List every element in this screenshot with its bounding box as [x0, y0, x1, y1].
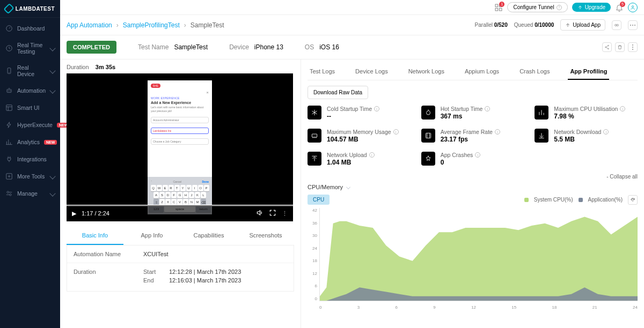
tab-device-logs[interactable]: Device Logs — [353, 64, 390, 80]
info-icon[interactable]: i — [369, 152, 375, 158]
sidebar-item-label: Manage — [17, 190, 46, 197]
sidebar-item-real-time-testing[interactable]: Real Time Testing — [0, 37, 60, 59]
play-icon[interactable]: ▶ — [72, 210, 76, 217]
metric-value: 104.57 MB — [327, 136, 399, 143]
upgrade-button[interactable]: Upgrade — [572, 3, 611, 12]
layout-icon — [5, 104, 13, 111]
sidebar-item-automation[interactable]: Automation — [0, 82, 60, 99]
metric-app-crashes: App Crashes i 0 — [421, 152, 524, 166]
video-player[interactable]: 9:41 × WORK EXPERIENCE Add a New Experie… — [67, 73, 293, 221]
tab-network-logs[interactable]: Network Logs — [406, 64, 447, 80]
key-w: W — [157, 185, 162, 191]
more-icon[interactable] — [628, 20, 638, 30]
info-icon[interactable]: i — [374, 106, 379, 111]
svg-point-15 — [615, 24, 617, 26]
sidebar-item-manage[interactable]: Manage — [0, 185, 60, 202]
chart-dropdown[interactable]: CPU/Memory — [308, 184, 638, 190]
duration-value: 3m 35s — [96, 64, 115, 70]
sidebar-item-label: Dashboard — [17, 25, 55, 32]
breadcrumb: App Automation › SampleProfilingTest › S… — [67, 21, 224, 29]
sidebar-item-real-device[interactable]: Real Device — [0, 59, 60, 82]
legend-swatch-system — [524, 198, 529, 202]
os-field: OS iOS 16 — [305, 43, 339, 51]
info-icon[interactable]: i — [475, 152, 480, 158]
ps-section: WORK EXPERIENCE — [151, 96, 209, 100]
crumb-sep: › — [116, 21, 119, 29]
chart-legend: System CPU(%) Application(%) — [524, 195, 638, 205]
close-icon: × — [206, 90, 209, 95]
metric-label: Network Download i — [554, 129, 609, 135]
metric-network-upload: Network Upload i 1.04 MB — [308, 152, 411, 166]
info-tab-basic-info[interactable]: Basic Info — [67, 227, 123, 245]
configure-tunnel-button[interactable]: Configure Tunnel ? — [507, 2, 567, 12]
plug-icon — [5, 155, 13, 163]
sidebar-item-dashboard[interactable]: Dashboard — [0, 20, 60, 37]
device-icon — [5, 67, 13, 74]
crumb-build[interactable]: SampleProfilingTest — [123, 21, 180, 29]
apps-badge: 1 — [499, 2, 504, 7]
metric-value: 7.98 % — [554, 113, 625, 120]
crumb-test: SampleTest — [191, 21, 224, 29]
sidebar-item-hyperexecute[interactable]: HyperExecute NEW — [0, 116, 60, 133]
metric-value: 5.5 MB — [554, 136, 609, 143]
y-tick: 42 — [308, 208, 317, 213]
notifications-icon[interactable]: 5 — [615, 3, 624, 12]
svg-point-8 — [7, 191, 9, 193]
automation-name-label: Automation Name — [74, 251, 143, 257]
sidebar-item-label: Real Device — [17, 64, 46, 77]
kebab-icon[interactable] — [628, 42, 638, 52]
key-k: K — [195, 192, 200, 198]
duration-key: Duration — [74, 269, 143, 286]
more-icon[interactable]: ⋮ — [282, 210, 288, 217]
refresh-icon[interactable] — [628, 195, 638, 205]
chevron-down-icon — [49, 68, 55, 73]
sidebar-item-more-tools[interactable]: More Tools — [0, 168, 60, 185]
apps-icon[interactable]: 1 — [494, 3, 503, 12]
share-icon[interactable] — [602, 42, 612, 52]
ps-field2: Lambdatest Inc — [151, 128, 209, 134]
info-icon[interactable]: i — [485, 106, 490, 111]
ps-field1: Account Administrator — [151, 117, 209, 123]
ps-done: Done — [202, 180, 209, 183]
info-icon[interactable]: i — [603, 129, 609, 135]
legend-swatch-app — [579, 198, 583, 202]
tab-crash-logs[interactable]: Crash Logs — [517, 64, 552, 80]
metric-maximum-cpu-utilisation: Maximum CPU Utilisation i 7.98 % — [535, 106, 638, 120]
info-tab-app-info[interactable]: App Info — [123, 227, 180, 245]
info-icon[interactable]: i — [393, 129, 399, 135]
bolt-icon — [5, 121, 13, 129]
tab-app-profiling[interactable]: App Profiling — [568, 64, 609, 80]
download-raw-button[interactable]: Download Raw Data — [308, 86, 368, 99]
cpu-pill[interactable]: CPU — [308, 195, 330, 205]
avatar[interactable] — [628, 3, 638, 12]
svg-rect-12 — [495, 8, 498, 11]
svg-point-23 — [632, 44, 633, 46]
svg-point-14 — [632, 5, 633, 7]
delete-icon[interactable] — [615, 42, 625, 52]
sidebar-item-label: HyperExecute — [17, 122, 53, 128]
logo-icon — [3, 3, 14, 14]
volume-icon[interactable] — [256, 209, 264, 218]
info-tab-capabilities[interactable]: Capabilities — [180, 227, 237, 245]
upload-app-button[interactable]: Upload App — [560, 19, 605, 31]
stats-row: Parallel 0/520 Queued 0/10000 Upload App — [475, 19, 638, 31]
tab-test-logs[interactable]: Test Logs — [308, 64, 337, 80]
toggle-icon[interactable] — [612, 20, 621, 30]
sidebar-item-label: Integrations — [17, 156, 55, 162]
tab-appium-logs[interactable]: Appium Logs — [463, 64, 501, 80]
sidebar-item-analytics[interactable]: Analytics NEW — [0, 133, 60, 151]
robot-icon — [5, 87, 13, 94]
sidebar-item-integrations[interactable]: Integrations — [0, 151, 60, 168]
x-tick: 0 — [319, 305, 321, 310]
sidebar-item-smart-ui[interactable]: Smart UI — [0, 99, 60, 116]
info-tab-screenshots[interactable]: Screenshots — [237, 227, 294, 245]
parallel-label: Parallel — [475, 22, 493, 28]
logo[interactable]: LAMBDATEST — [0, 0, 60, 18]
info-icon[interactable]: i — [620, 106, 625, 111]
collapse-all-link[interactable]: - Collapse all — [308, 174, 638, 180]
device-label: Device — [229, 43, 249, 51]
svg-point-5 — [10, 91, 10, 91]
info-icon[interactable]: i — [495, 129, 500, 135]
fullscreen-icon[interactable] — [269, 209, 276, 218]
crumb-app-automation[interactable]: App Automation — [67, 21, 112, 29]
